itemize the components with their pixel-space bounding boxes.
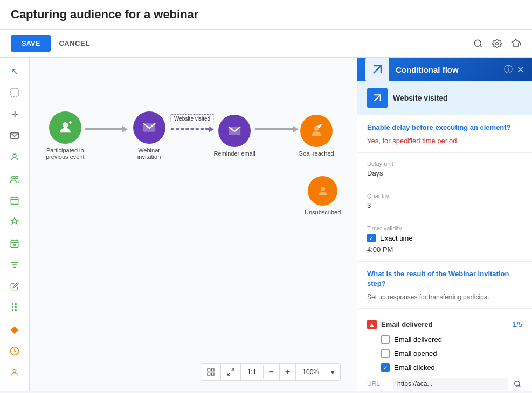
sidebar-group-icon[interactable] [6, 171, 23, 187]
sidebar-edit-icon[interactable] [6, 278, 23, 294]
panel-webinar-section: What is the result of the Webinar invita… [357, 262, 532, 308]
panel-close-icon[interactable]: ✕ [517, 65, 524, 75]
url-row: URL https://aca... [367, 375, 522, 391]
svg-rect-32 [211, 373, 214, 375]
node-unsubscribed[interactable]: Unsubscribed [305, 176, 341, 215]
sub-item-2: Email clicked [381, 361, 522, 375]
node-goal-reached[interactable]: Goal reached [299, 115, 334, 157]
zoom-level: 100% [296, 365, 326, 379]
email-delivered-count: 1/5 [513, 320, 522, 328]
node2-label: Webinar invitation [128, 147, 171, 160]
svg-point-5 [13, 154, 16, 157]
svg-rect-31 [208, 373, 210, 375]
sidebar-cursor-icon[interactable]: ↖ [6, 63, 23, 79]
exact-time-label: Exact time [380, 234, 413, 242]
sub-item-1: Email opened [381, 347, 522, 361]
sidebar-email-icon[interactable] [6, 128, 23, 144]
left-sidebar: ↖ ✛ ⠿ ◆ [0, 58, 30, 391]
panel-header: Conditional flow ⓘ ✕ [357, 58, 532, 81]
webinar-question: What is the result of the Webinar invita… [367, 269, 522, 289]
sidebar-clock-icon[interactable] [6, 343, 23, 359]
sidebar-filter-icon[interactable] [6, 257, 23, 273]
svg-point-7 [16, 176, 18, 179]
page-title: Capturing audience for a webinar [11, 8, 521, 22]
delay-answer: Yes, for specified time period [367, 137, 522, 145]
email-clicked-label: Email clicked [394, 363, 435, 371]
email-opened-checkbox[interactable] [381, 349, 390, 358]
panel-timer-section: Timer validity Exact time 4:00 PM [357, 217, 532, 262]
svg-point-28 [321, 187, 325, 191]
svg-point-16 [14, 244, 16, 246]
unsubscribed-label: Unsubscribed [305, 209, 341, 215]
canvas-bottom-toolbar: 1:1 − + 100% ▾ [201, 363, 341, 381]
panel-node-title: Website visited [393, 94, 448, 102]
svg-point-35 [515, 381, 520, 385]
sidebar-selection-icon[interactable] [6, 85, 23, 101]
email-delivered-label: Email delivered [381, 320, 508, 328]
delay-unit-value: Days [367, 169, 522, 177]
email-delivered-row[interactable]: ▲ Email delivered 1/5 [367, 317, 522, 333]
panel-node-icon-blue [367, 88, 388, 108]
zoom-ratio: 1:1 [241, 365, 264, 379]
zoom-out-button[interactable]: − [264, 364, 280, 380]
panel-delay-unit-section: Delay unit Days [357, 153, 532, 185]
svg-rect-29 [208, 369, 210, 371]
page-header: Capturing audience for a webinar [0, 0, 532, 30]
url-search-icon[interactable] [513, 379, 522, 389]
help-icon[interactable] [510, 38, 521, 49]
node4-label: Goal reached [299, 150, 334, 157]
sidebar-contact-icon[interactable] [6, 149, 23, 165]
exact-time-value: 4:00 PM [367, 245, 522, 254]
arrow3 [255, 126, 299, 132]
right-panel: Conditional flow ⓘ ✕ Website visited Ena… [357, 58, 532, 391]
node-webinar-invitation[interactable]: Webinar invitation [128, 111, 171, 160]
unsubscribed-icon [308, 176, 337, 206]
flow-row: Participated inprevious event Webinar in… [46, 111, 334, 160]
save-button[interactable]: SAVE [11, 35, 51, 52]
expand-icon: ▲ [367, 320, 377, 329]
email-clicked-checkbox[interactable] [381, 363, 390, 372]
exact-time-row: Exact time [367, 234, 522, 242]
node1-label: Participated inprevious event [46, 147, 85, 160]
svg-line-36 [519, 385, 521, 387]
node3-label: Reminder email [214, 150, 255, 157]
panel-header-actions: ⓘ ✕ [504, 64, 524, 75]
url-label: URL [367, 380, 389, 388]
email-delivered-sub-checkbox[interactable] [381, 335, 390, 344]
svg-line-34 [374, 95, 381, 101]
svg-rect-8 [11, 197, 18, 205]
zoom-dropdown-button[interactable]: ▾ [326, 365, 340, 380]
toolbar: SAVE CANCEL [0, 30, 532, 58]
sidebar-diamond-icon[interactable]: ◆ [6, 321, 23, 338]
panel-delay-section: Enable delay before executing an element… [357, 115, 532, 153]
title-bold: webinar [154, 8, 198, 21]
email-delivered-sub-label: Email delivered [394, 335, 442, 343]
panel-node-row: Website visited [357, 81, 532, 115]
panel-email-delivered-section: ▲ Email delivered 1/5 Email delivered Em… [357, 309, 532, 391]
sidebar-calendar-icon[interactable] [6, 235, 23, 251]
svg-point-2 [496, 42, 499, 45]
settings-icon[interactable] [492, 38, 502, 49]
cancel-button[interactable]: CANCEL [59, 39, 89, 47]
fit-screen-button[interactable] [221, 364, 241, 380]
quantity-value: 3 [367, 201, 522, 209]
sidebar-dots-icon[interactable]: ⠿ [6, 300, 23, 316]
sidebar-schedule-icon[interactable] [6, 192, 23, 208]
search-icon[interactable] [473, 38, 483, 49]
sidebar-person-icon[interactable] [6, 364, 23, 381]
delay-question: Enable delay before executing an element… [367, 123, 522, 132]
sub-item-0: Email delivered [381, 333, 522, 347]
node-reminder-email[interactable]: Reminder email [214, 115, 255, 157]
zoom-in-button[interactable]: + [280, 364, 296, 380]
node-participated[interactable]: Participated inprevious event [46, 111, 85, 160]
exact-time-checkbox[interactable] [367, 234, 376, 242]
webinar-invitation-icon [133, 111, 165, 144]
svg-point-21 [13, 370, 16, 373]
grid-toggle-button[interactable] [201, 364, 221, 380]
panel-info-icon[interactable]: ⓘ [504, 64, 513, 75]
email-opened-label: Email opened [394, 349, 437, 357]
sidebar-automation-icon[interactable] [6, 214, 23, 230]
svg-point-6 [12, 176, 15, 179]
panel-title: Conditional flow [396, 65, 498, 74]
sidebar-move-icon[interactable]: ✛ [6, 106, 23, 122]
